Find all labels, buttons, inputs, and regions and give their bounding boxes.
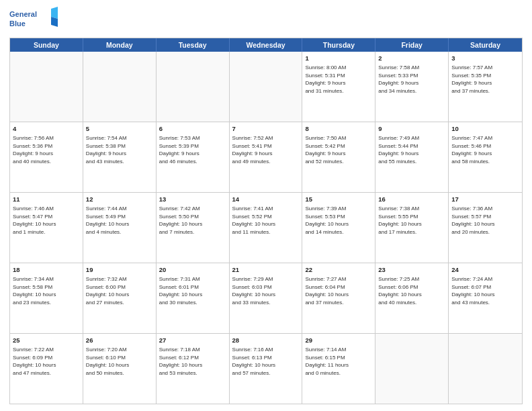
- cell-date: 22: [305, 265, 372, 274]
- calendar-row-1: 4Sunrise: 7:56 AM Sunset: 5:36 PM Daylig…: [10, 122, 522, 193]
- calendar-cell-2-4: 15Sunrise: 7:39 AM Sunset: 5:53 PM Dayli…: [302, 193, 375, 263]
- calendar-cell-1-4: 8Sunrise: 7:50 AM Sunset: 5:42 PM Daylig…: [302, 122, 375, 192]
- cell-info: Sunrise: 7:52 AM Sunset: 5:41 PM Dayligh…: [232, 134, 300, 165]
- cell-info: Sunrise: 7:54 AM Sunset: 5:38 PM Dayligh…: [86, 134, 153, 165]
- cell-info: Sunrise: 7:46 AM Sunset: 5:47 PM Dayligh…: [13, 205, 80, 236]
- cell-info: Sunrise: 7:24 AM Sunset: 6:07 PM Dayligh…: [451, 275, 519, 306]
- svg-text:Blue: Blue: [9, 19, 26, 28]
- cell-info: Sunrise: 7:57 AM Sunset: 5:35 PM Dayligh…: [451, 64, 519, 95]
- cell-info: Sunrise: 7:20 AM Sunset: 6:10 PM Dayligh…: [86, 346, 153, 377]
- cell-date: 24: [451, 265, 519, 274]
- calendar-cell-2-2: 13Sunrise: 7:42 AM Sunset: 5:50 PM Dayli…: [157, 193, 230, 263]
- header-day-wednesday: Wednesday: [230, 38, 303, 52]
- calendar-cell-4-4: 29Sunrise: 7:14 AM Sunset: 6:15 PM Dayli…: [302, 334, 375, 404]
- calendar-cell-2-5: 16Sunrise: 7:38 AM Sunset: 5:55 PM Dayli…: [375, 193, 449, 263]
- cell-date: 19: [86, 265, 153, 274]
- calendar-cell-2-3: 14Sunrise: 7:41 AM Sunset: 5:52 PM Dayli…: [230, 193, 303, 263]
- logo: General Blue: [9, 7, 63, 34]
- cell-date: 10: [451, 124, 519, 133]
- cell-date: 2: [378, 54, 445, 62]
- calendar-cell-0-2: [157, 52, 230, 122]
- cell-date: 12: [86, 195, 153, 203]
- calendar-body: 1Sunrise: 8:00 AM Sunset: 5:31 PM Daylig…: [10, 52, 522, 404]
- cell-date: 27: [159, 336, 226, 345]
- calendar-cell-1-5: 9Sunrise: 7:49 AM Sunset: 5:44 PM Daylig…: [375, 122, 449, 192]
- cell-date: 9: [378, 124, 445, 133]
- calendar-cell-1-2: 6Sunrise: 7:53 AM Sunset: 5:39 PM Daylig…: [157, 122, 230, 192]
- cell-info: Sunrise: 7:41 AM Sunset: 5:52 PM Dayligh…: [232, 205, 300, 236]
- cell-date: 18: [13, 265, 80, 274]
- calendar-row-4: 25Sunrise: 7:22 AM Sunset: 6:09 PM Dayli…: [10, 334, 522, 404]
- calendar-row-3: 18Sunrise: 7:34 AM Sunset: 5:58 PM Dayli…: [10, 263, 522, 334]
- header-day-thursday: Thursday: [302, 38, 375, 52]
- cell-info: Sunrise: 7:58 AM Sunset: 5:33 PM Dayligh…: [378, 64, 445, 95]
- calendar-cell-3-0: 18Sunrise: 7:34 AM Sunset: 5:58 PM Dayli…: [10, 263, 83, 333]
- cell-date: 11: [13, 195, 80, 203]
- calendar-row-2: 11Sunrise: 7:46 AM Sunset: 5:47 PM Dayli…: [10, 193, 522, 263]
- calendar-cell-4-1: 26Sunrise: 7:20 AM Sunset: 6:10 PM Dayli…: [83, 334, 157, 404]
- calendar-cell-3-3: 21Sunrise: 7:29 AM Sunset: 6:03 PM Dayli…: [230, 263, 303, 333]
- calendar-cell-3-1: 19Sunrise: 7:32 AM Sunset: 6:00 PM Dayli…: [83, 263, 157, 333]
- header-day-friday: Friday: [375, 38, 449, 52]
- calendar-cell-4-0: 25Sunrise: 7:22 AM Sunset: 6:09 PM Dayli…: [10, 334, 83, 404]
- calendar-cell-4-3: 28Sunrise: 7:16 AM Sunset: 6:13 PM Dayli…: [230, 334, 303, 404]
- cell-info: Sunrise: 7:31 AM Sunset: 6:01 PM Dayligh…: [159, 275, 226, 306]
- calendar-cell-3-5: 23Sunrise: 7:25 AM Sunset: 6:06 PM Dayli…: [375, 263, 449, 333]
- calendar-cell-2-6: 17Sunrise: 7:36 AM Sunset: 5:57 PM Dayli…: [449, 193, 522, 263]
- cell-info: Sunrise: 7:34 AM Sunset: 5:58 PM Dayligh…: [13, 275, 80, 306]
- cell-date: 3: [451, 54, 519, 62]
- header-day-sunday: Sunday: [10, 38, 83, 52]
- cell-info: Sunrise: 7:36 AM Sunset: 5:57 PM Dayligh…: [451, 205, 519, 236]
- cell-date: 21: [232, 265, 300, 274]
- cell-date: 29: [305, 336, 372, 345]
- cell-info: Sunrise: 7:42 AM Sunset: 5:50 PM Dayligh…: [159, 205, 226, 236]
- header: General Blue: [9, 7, 523, 34]
- cell-info: Sunrise: 7:56 AM Sunset: 5:36 PM Dayligh…: [13, 134, 80, 165]
- calendar-cell-0-3: [230, 52, 303, 122]
- cell-info: Sunrise: 7:32 AM Sunset: 6:00 PM Dayligh…: [86, 275, 153, 306]
- calendar-cell-4-2: 27Sunrise: 7:18 AM Sunset: 6:12 PM Dayli…: [157, 334, 230, 404]
- calendar-row-0: 1Sunrise: 8:00 AM Sunset: 5:31 PM Daylig…: [10, 52, 522, 122]
- cell-date: 7: [232, 124, 300, 133]
- cell-date: 15: [305, 195, 372, 203]
- cell-date: 28: [232, 336, 300, 345]
- calendar-cell-4-6: [449, 334, 522, 404]
- calendar: SundayMondayTuesdayWednesdayThursdayFrid…: [9, 38, 523, 404]
- cell-date: 6: [159, 124, 226, 133]
- calendar-cell-4-5: [375, 334, 449, 404]
- cell-info: Sunrise: 7:38 AM Sunset: 5:55 PM Dayligh…: [378, 205, 445, 236]
- cell-info: Sunrise: 7:47 AM Sunset: 5:46 PM Dayligh…: [451, 134, 519, 165]
- cell-info: Sunrise: 7:25 AM Sunset: 6:06 PM Dayligh…: [378, 275, 445, 306]
- cell-date: 14: [232, 195, 300, 203]
- cell-info: Sunrise: 7:16 AM Sunset: 6:13 PM Dayligh…: [232, 346, 300, 377]
- cell-info: Sunrise: 7:39 AM Sunset: 5:53 PM Dayligh…: [305, 205, 372, 236]
- cell-info: Sunrise: 7:22 AM Sunset: 6:09 PM Dayligh…: [13, 346, 80, 377]
- cell-date: 13: [159, 195, 226, 203]
- cell-date: 17: [451, 195, 519, 203]
- svg-marker-2: [51, 7, 58, 19]
- calendar-cell-1-0: 4Sunrise: 7:56 AM Sunset: 5:36 PM Daylig…: [10, 122, 83, 192]
- header-day-saturday: Saturday: [449, 38, 522, 52]
- cell-info: Sunrise: 7:49 AM Sunset: 5:44 PM Dayligh…: [378, 134, 445, 165]
- cell-info: Sunrise: 7:14 AM Sunset: 6:15 PM Dayligh…: [305, 346, 372, 377]
- cell-info: Sunrise: 7:50 AM Sunset: 5:42 PM Dayligh…: [305, 134, 372, 165]
- cell-date: 4: [13, 124, 80, 133]
- calendar-cell-3-6: 24Sunrise: 7:24 AM Sunset: 6:07 PM Dayli…: [449, 263, 522, 333]
- cell-info: Sunrise: 8:00 AM Sunset: 5:31 PM Dayligh…: [305, 64, 372, 95]
- cell-date: 5: [86, 124, 153, 133]
- cell-info: Sunrise: 7:44 AM Sunset: 5:49 PM Dayligh…: [86, 205, 153, 236]
- calendar-cell-0-0: [10, 52, 83, 122]
- calendar-cell-1-6: 10Sunrise: 7:47 AM Sunset: 5:46 PM Dayli…: [449, 122, 522, 192]
- calendar-cell-1-1: 5Sunrise: 7:54 AM Sunset: 5:38 PM Daylig…: [83, 122, 157, 192]
- calendar-cell-2-0: 11Sunrise: 7:46 AM Sunset: 5:47 PM Dayli…: [10, 193, 83, 263]
- page: General Blue SundayMondayTuesdayWednesda…: [0, 0, 532, 411]
- cell-info: Sunrise: 7:18 AM Sunset: 6:12 PM Dayligh…: [159, 346, 226, 377]
- svg-text:General: General: [9, 10, 37, 18]
- cell-date: 20: [159, 265, 226, 274]
- calendar-cell-0-4: 1Sunrise: 8:00 AM Sunset: 5:31 PM Daylig…: [302, 52, 375, 122]
- calendar-cell-2-1: 12Sunrise: 7:44 AM Sunset: 5:49 PM Dayli…: [83, 193, 157, 263]
- cell-info: Sunrise: 7:27 AM Sunset: 6:04 PM Dayligh…: [305, 275, 372, 306]
- cell-date: 1: [305, 54, 372, 62]
- calendar-cell-3-2: 20Sunrise: 7:31 AM Sunset: 6:01 PM Dayli…: [157, 263, 230, 333]
- cell-date: 8: [305, 124, 372, 133]
